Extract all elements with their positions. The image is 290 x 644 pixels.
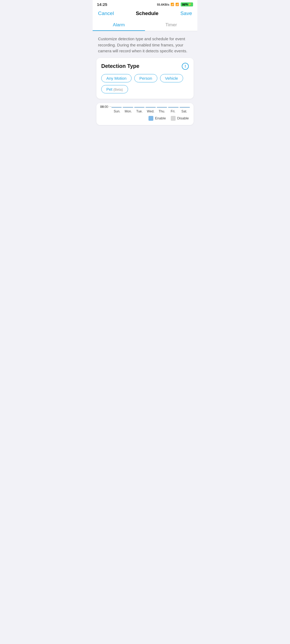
wifi-icon: 📶 [175, 3, 179, 6]
columns-wrapper: Sun. Mon. Tue. Wed. Thu. Fri. Sat. [111, 107, 190, 113]
detection-type-card: Detection Type ! Any Motion Person Vehic… [96, 58, 194, 99]
tab-timer[interactable]: Timer [145, 20, 197, 31]
x-label-tue: Tue. [134, 109, 145, 113]
signal-icon: 📶 [171, 3, 174, 6]
y-tick-4 [109, 107, 111, 107]
pet-beta-label: (Beta) [113, 87, 123, 92]
tag-vehicle[interactable]: Vehicle [160, 74, 183, 82]
tag-any-motion[interactable]: Any Motion [101, 74, 132, 82]
col-thu[interactable] [157, 107, 167, 108]
col-sat-bot [180, 108, 190, 108]
y-axis: 00:00 06:00 12:00 18:00 24:00 [100, 107, 111, 113]
legend-enable-swatch [148, 116, 153, 121]
x-label-sun: Sun. [111, 109, 123, 113]
save-button[interactable]: Save [180, 10, 192, 16]
col-mon[interactable] [123, 107, 133, 108]
status-right: 55.6KB/s 📶 📶 99%⚡ [157, 2, 193, 6]
x-label-mon: Mon. [123, 109, 134, 113]
header: Cancel Schedule Save [93, 8, 197, 20]
col-wed[interactable] [146, 107, 156, 108]
col-mon-bot [123, 108, 133, 108]
battery-indicator: 99%⚡ [181, 2, 193, 6]
x-label-wed: Wed. [145, 109, 156, 113]
schedule-columns [111, 107, 190, 108]
tag-person[interactable]: Person [134, 74, 157, 82]
x-label-sat: Sat. [179, 109, 190, 113]
status-speed: 55.6KB/s [157, 3, 169, 6]
chart-area: 00:00 06:00 12:00 18:00 24:00 [100, 107, 190, 113]
tab-alarm[interactable]: Alarm [93, 20, 145, 31]
col-sat[interactable] [180, 107, 190, 108]
status-time: 14:25 [97, 2, 107, 7]
col-tue[interactable] [134, 107, 144, 108]
legend-enable-label: Enable [155, 116, 166, 120]
schedule-chart-card: 00:00 06:00 12:00 18:00 24:00 [96, 103, 194, 125]
x-label-fri: Fri. [168, 109, 179, 113]
col-fri[interactable] [168, 107, 178, 108]
x-label-thu: Thu. [156, 109, 168, 113]
legend-disable-swatch [171, 116, 176, 121]
col-tue-bot [134, 108, 144, 108]
x-axis: Sun. Mon. Tue. Wed. Thu. Fri. Sat. [111, 109, 190, 113]
page-title: Schedule [136, 10, 158, 16]
col-sun[interactable] [111, 107, 122, 108]
detection-tags: Any Motion Person Vehicle Pet (Beta) [101, 74, 189, 93]
legend-disable: Disable [171, 116, 189, 121]
tag-pet[interactable]: Pet (Beta) [101, 85, 128, 93]
col-sun-bot [111, 108, 122, 108]
detection-type-title: Detection Type [101, 63, 139, 69]
col-fri-bot [168, 108, 178, 108]
legend-enable: Enable [148, 116, 166, 121]
detection-type-header: Detection Type ! [101, 63, 189, 70]
legend-disable-label: Disable [177, 116, 189, 120]
col-wed-bot [146, 108, 156, 108]
cancel-button[interactable]: Cancel [98, 10, 114, 16]
info-icon[interactable]: ! [182, 63, 189, 70]
status-bar: 14:25 55.6KB/s 📶 📶 99%⚡ [93, 0, 197, 8]
description-text: Customize detection type and schedule fo… [93, 31, 197, 58]
tabs-bar: Alarm Timer [93, 20, 197, 31]
chart-legend: Enable Disable [100, 116, 190, 121]
col-thu-bot [157, 108, 167, 108]
